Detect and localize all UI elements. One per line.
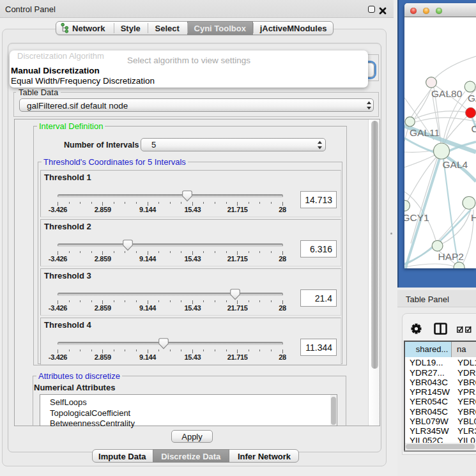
svg-text:GAL80: GAL80 xyxy=(431,88,463,99)
svg-text:GAL4: GAL4 xyxy=(443,159,468,170)
svg-text:GA: GA xyxy=(468,93,476,104)
svg-text:GAL11: GAL11 xyxy=(410,127,440,138)
svg-text:GCY1: GCY1 xyxy=(404,212,429,223)
svg-text:HAP2: HAP2 xyxy=(438,251,464,262)
svg-text:H: H xyxy=(471,212,476,223)
svg-text:CY: CY xyxy=(472,123,476,134)
